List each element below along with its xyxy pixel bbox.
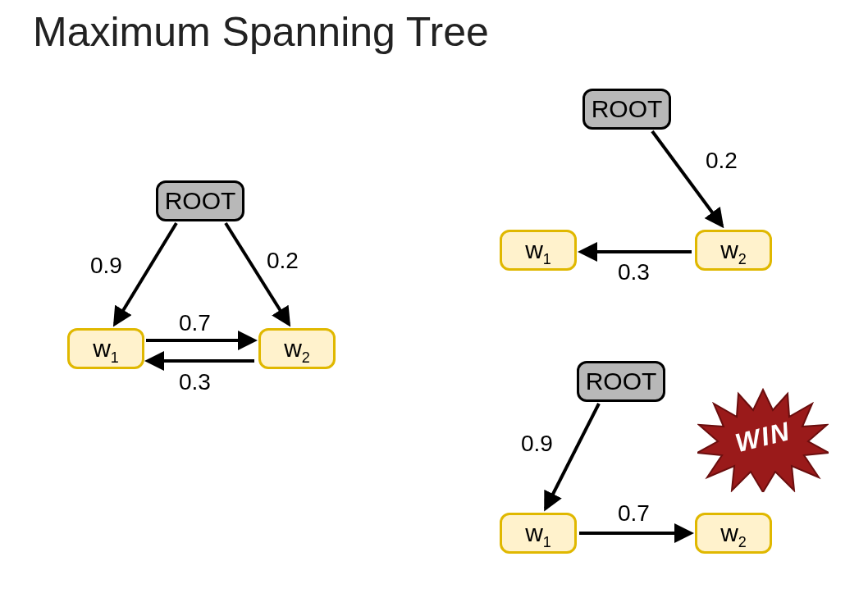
win-badge: WIN (697, 386, 829, 492)
tr-root-node: ROOT (582, 89, 671, 130)
left-edge-root-w1 (115, 223, 176, 324)
br-edge-root-w1 (546, 404, 599, 509)
w-label: w2 (720, 519, 747, 547)
w-label: w1 (525, 236, 551, 264)
br-label-w1-w2: 0.7 (618, 500, 650, 527)
br-root-node: ROOT (577, 361, 665, 402)
w-label: w1 (525, 519, 551, 547)
left-root-node: ROOT (156, 180, 244, 221)
root-label: ROOT (586, 367, 657, 395)
br-label-root-w1: 0.9 (521, 431, 553, 457)
w-label: w2 (284, 335, 310, 363)
left-w1-node: w1 (67, 328, 144, 369)
left-label-w2-w1: 0.3 (179, 369, 211, 395)
tr-label-root-w2: 0.2 (706, 148, 738, 174)
w-label: w2 (720, 236, 747, 264)
left-label-w1-w2: 0.7 (179, 310, 211, 336)
br-w2-node: w2 (695, 513, 772, 554)
left-w2-node: w2 (258, 328, 336, 369)
left-label-root-w2: 0.2 (267, 248, 299, 274)
tr-w2-node: w2 (695, 230, 772, 271)
left-label-root-w1: 0.9 (90, 253, 122, 279)
br-w1-node: w1 (500, 513, 577, 554)
tr-label-w2-w1: 0.3 (618, 259, 650, 285)
page-title: Maximum Spanning Tree (33, 8, 489, 56)
tr-edge-root-w2 (652, 131, 722, 226)
tr-w1-node: w1 (500, 230, 577, 271)
w-label: w1 (93, 335, 119, 363)
root-label: ROOT (165, 187, 236, 215)
root-label: ROOT (592, 95, 663, 123)
